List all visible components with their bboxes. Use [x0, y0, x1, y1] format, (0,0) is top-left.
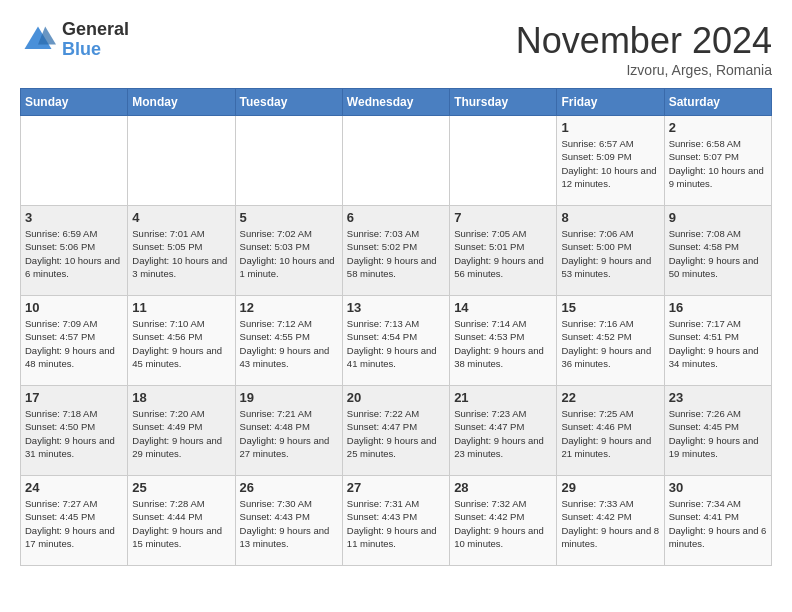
day-info: Sunrise: 7:03 AM Sunset: 5:02 PM Dayligh… [347, 227, 445, 280]
day-info: Sunrise: 7:18 AM Sunset: 4:50 PM Dayligh… [25, 407, 123, 460]
calendar-table: SundayMondayTuesdayWednesdayThursdayFrid… [20, 88, 772, 566]
day-number: 10 [25, 300, 123, 315]
day-info: Sunrise: 6:58 AM Sunset: 5:07 PM Dayligh… [669, 137, 767, 190]
day-info: Sunrise: 7:17 AM Sunset: 4:51 PM Dayligh… [669, 317, 767, 370]
day-info: Sunrise: 7:25 AM Sunset: 4:46 PM Dayligh… [561, 407, 659, 460]
day-info: Sunrise: 7:13 AM Sunset: 4:54 PM Dayligh… [347, 317, 445, 370]
header-friday: Friday [557, 89, 664, 116]
calendar-cell: 2Sunrise: 6:58 AM Sunset: 5:07 PM Daylig… [664, 116, 771, 206]
header-wednesday: Wednesday [342, 89, 449, 116]
calendar-cell: 29Sunrise: 7:33 AM Sunset: 4:42 PM Dayli… [557, 476, 664, 566]
day-number: 22 [561, 390, 659, 405]
day-number: 15 [561, 300, 659, 315]
page-header: General Blue November 2024 Izvoru, Arges… [20, 20, 772, 78]
calendar-cell: 18Sunrise: 7:20 AM Sunset: 4:49 PM Dayli… [128, 386, 235, 476]
day-info: Sunrise: 7:09 AM Sunset: 4:57 PM Dayligh… [25, 317, 123, 370]
header-sunday: Sunday [21, 89, 128, 116]
day-number: 28 [454, 480, 552, 495]
day-number: 4 [132, 210, 230, 225]
calendar-cell: 6Sunrise: 7:03 AM Sunset: 5:02 PM Daylig… [342, 206, 449, 296]
calendar-cell: 9Sunrise: 7:08 AM Sunset: 4:58 PM Daylig… [664, 206, 771, 296]
day-number: 6 [347, 210, 445, 225]
calendar-header-row: SundayMondayTuesdayWednesdayThursdayFrid… [21, 89, 772, 116]
calendar-cell [235, 116, 342, 206]
calendar-cell: 13Sunrise: 7:13 AM Sunset: 4:54 PM Dayli… [342, 296, 449, 386]
calendar-cell: 5Sunrise: 7:02 AM Sunset: 5:03 PM Daylig… [235, 206, 342, 296]
day-number: 9 [669, 210, 767, 225]
location: Izvoru, Arges, Romania [516, 62, 772, 78]
header-monday: Monday [128, 89, 235, 116]
day-info: Sunrise: 7:01 AM Sunset: 5:05 PM Dayligh… [132, 227, 230, 280]
day-info: Sunrise: 7:02 AM Sunset: 5:03 PM Dayligh… [240, 227, 338, 280]
day-number: 30 [669, 480, 767, 495]
day-number: 17 [25, 390, 123, 405]
header-tuesday: Tuesday [235, 89, 342, 116]
day-info: Sunrise: 7:05 AM Sunset: 5:01 PM Dayligh… [454, 227, 552, 280]
day-number: 2 [669, 120, 767, 135]
calendar-cell: 20Sunrise: 7:22 AM Sunset: 4:47 PM Dayli… [342, 386, 449, 476]
day-info: Sunrise: 7:26 AM Sunset: 4:45 PM Dayligh… [669, 407, 767, 460]
day-info: Sunrise: 6:57 AM Sunset: 5:09 PM Dayligh… [561, 137, 659, 190]
title-block: November 2024 Izvoru, Arges, Romania [516, 20, 772, 78]
day-number: 23 [669, 390, 767, 405]
calendar-cell [21, 116, 128, 206]
day-info: Sunrise: 7:08 AM Sunset: 4:58 PM Dayligh… [669, 227, 767, 280]
calendar-cell: 1Sunrise: 6:57 AM Sunset: 5:09 PM Daylig… [557, 116, 664, 206]
day-info: Sunrise: 7:34 AM Sunset: 4:41 PM Dayligh… [669, 497, 767, 550]
day-number: 7 [454, 210, 552, 225]
calendar-cell: 4Sunrise: 7:01 AM Sunset: 5:05 PM Daylig… [128, 206, 235, 296]
calendar-cell: 24Sunrise: 7:27 AM Sunset: 4:45 PM Dayli… [21, 476, 128, 566]
calendar-cell: 21Sunrise: 7:23 AM Sunset: 4:47 PM Dayli… [450, 386, 557, 476]
day-number: 13 [347, 300, 445, 315]
day-info: Sunrise: 7:22 AM Sunset: 4:47 PM Dayligh… [347, 407, 445, 460]
day-info: Sunrise: 7:10 AM Sunset: 4:56 PM Dayligh… [132, 317, 230, 370]
day-number: 16 [669, 300, 767, 315]
calendar-week-row: 24Sunrise: 7:27 AM Sunset: 4:45 PM Dayli… [21, 476, 772, 566]
day-number: 11 [132, 300, 230, 315]
calendar-cell: 25Sunrise: 7:28 AM Sunset: 4:44 PM Dayli… [128, 476, 235, 566]
calendar-cell: 27Sunrise: 7:31 AM Sunset: 4:43 PM Dayli… [342, 476, 449, 566]
calendar-cell: 22Sunrise: 7:25 AM Sunset: 4:46 PM Dayli… [557, 386, 664, 476]
calendar-cell: 28Sunrise: 7:32 AM Sunset: 4:42 PM Dayli… [450, 476, 557, 566]
day-number: 1 [561, 120, 659, 135]
calendar-cell: 12Sunrise: 7:12 AM Sunset: 4:55 PM Dayli… [235, 296, 342, 386]
calendar-cell: 30Sunrise: 7:34 AM Sunset: 4:41 PM Dayli… [664, 476, 771, 566]
calendar-cell: 11Sunrise: 7:10 AM Sunset: 4:56 PM Dayli… [128, 296, 235, 386]
logo-text: General Blue [62, 20, 129, 60]
day-number: 29 [561, 480, 659, 495]
calendar-cell: 15Sunrise: 7:16 AM Sunset: 4:52 PM Dayli… [557, 296, 664, 386]
day-number: 24 [25, 480, 123, 495]
calendar-cell: 8Sunrise: 7:06 AM Sunset: 5:00 PM Daylig… [557, 206, 664, 296]
calendar-cell: 23Sunrise: 7:26 AM Sunset: 4:45 PM Dayli… [664, 386, 771, 476]
calendar-cell: 7Sunrise: 7:05 AM Sunset: 5:01 PM Daylig… [450, 206, 557, 296]
day-number: 27 [347, 480, 445, 495]
day-number: 3 [25, 210, 123, 225]
day-number: 5 [240, 210, 338, 225]
day-info: Sunrise: 7:23 AM Sunset: 4:47 PM Dayligh… [454, 407, 552, 460]
day-number: 12 [240, 300, 338, 315]
day-number: 18 [132, 390, 230, 405]
calendar-cell: 3Sunrise: 6:59 AM Sunset: 5:06 PM Daylig… [21, 206, 128, 296]
calendar-cell: 26Sunrise: 7:30 AM Sunset: 4:43 PM Dayli… [235, 476, 342, 566]
day-info: Sunrise: 7:32 AM Sunset: 4:42 PM Dayligh… [454, 497, 552, 550]
day-info: Sunrise: 7:33 AM Sunset: 4:42 PM Dayligh… [561, 497, 659, 550]
day-info: Sunrise: 7:16 AM Sunset: 4:52 PM Dayligh… [561, 317, 659, 370]
logo-icon [20, 22, 56, 58]
day-number: 21 [454, 390, 552, 405]
day-info: Sunrise: 7:27 AM Sunset: 4:45 PM Dayligh… [25, 497, 123, 550]
day-info: Sunrise: 6:59 AM Sunset: 5:06 PM Dayligh… [25, 227, 123, 280]
month-title: November 2024 [516, 20, 772, 62]
day-info: Sunrise: 7:30 AM Sunset: 4:43 PM Dayligh… [240, 497, 338, 550]
day-number: 20 [347, 390, 445, 405]
calendar-cell: 19Sunrise: 7:21 AM Sunset: 4:48 PM Dayli… [235, 386, 342, 476]
day-info: Sunrise: 7:28 AM Sunset: 4:44 PM Dayligh… [132, 497, 230, 550]
day-info: Sunrise: 7:20 AM Sunset: 4:49 PM Dayligh… [132, 407, 230, 460]
day-number: 8 [561, 210, 659, 225]
day-number: 25 [132, 480, 230, 495]
calendar-cell [342, 116, 449, 206]
calendar-week-row: 10Sunrise: 7:09 AM Sunset: 4:57 PM Dayli… [21, 296, 772, 386]
header-thursday: Thursday [450, 89, 557, 116]
calendar-cell: 10Sunrise: 7:09 AM Sunset: 4:57 PM Dayli… [21, 296, 128, 386]
logo: General Blue [20, 20, 129, 60]
day-number: 26 [240, 480, 338, 495]
